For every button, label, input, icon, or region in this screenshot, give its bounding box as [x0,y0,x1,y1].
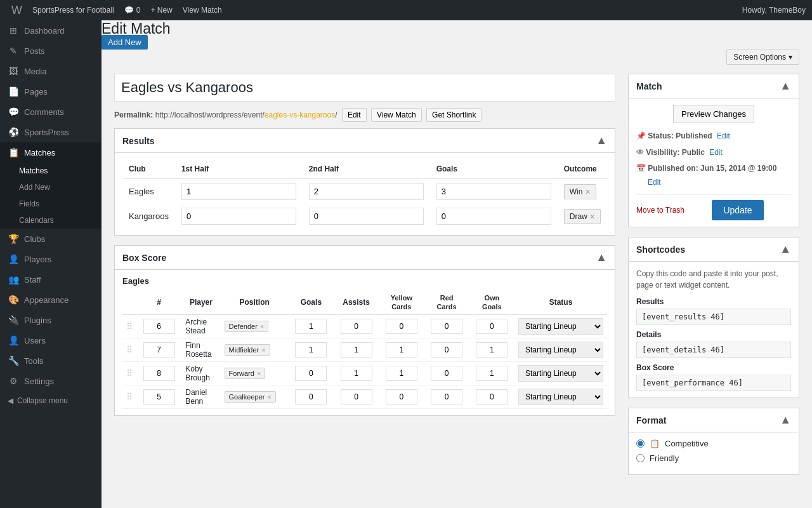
box-score-title: Box Score [122,253,166,263]
sidebar-item-comments[interactable]: 💬 Comments [0,102,102,122]
sidebar-item-posts[interactable]: ✎ Posts [0,41,102,61]
visibility-edit-link[interactable]: Edit [709,148,723,157]
player4-status-select[interactable]: Starting Lineup Substitute [518,389,603,405]
permalink-slug[interactable]: eagles-vs-kangaroos [265,110,335,119]
format-friendly-radio[interactable] [636,454,645,462]
player2-num-input[interactable] [143,342,175,358]
player2-red-input[interactable] [431,342,462,358]
player2-assists-input[interactable] [341,342,372,358]
eagles-goals-input[interactable] [436,183,551,200]
shortcode-desc: Copy this code and paste it into your po… [636,268,791,291]
player3-yellow-input[interactable] [386,366,417,381]
boxscore-shortcode-input[interactable] [636,375,791,391]
format-inner: 📋 Competitive Friendly [629,432,799,474]
player1-num-input[interactable] [143,319,175,334]
permalink-edit-button[interactable]: Edit [342,108,367,122]
player1-status-select[interactable]: Starting Lineup Substitute [518,318,603,335]
kangaroos-outcome-remove[interactable]: × [590,211,595,222]
sidebar-item-pages[interactable]: 📄 Pages [0,81,102,102]
player2-goals-input[interactable] [295,342,327,358]
player1-assists-input[interactable] [341,319,372,334]
view-match-link[interactable]: View Match [178,6,227,15]
shortcodes-toggle-button[interactable]: ▲ [780,243,791,256]
player1-position-remove[interactable]: × [260,323,264,330]
sidebar-item-plugins[interactable]: 🔌 Plugins [0,310,102,330]
settings-icon: ⚙ [8,376,19,386]
sidebar-item-clubs[interactable]: 🏆 Clubs [0,229,102,249]
submenu-calendars[interactable]: Calendars [0,212,102,229]
preview-changes-button[interactable]: Preview Changes [673,105,754,123]
player4-goals-input[interactable] [295,389,327,404]
box-score-toggle-button[interactable]: ▲ [596,251,607,264]
col-position: Position [221,291,289,314]
player3-status-select[interactable]: Starting Lineup Substitute [518,365,603,382]
player3-red-input[interactable] [431,366,462,381]
view-match-button[interactable]: View Match [371,108,422,122]
kangaroos-half1-input[interactable] [181,208,296,225]
collapse-menu[interactable]: ◀ Collapse menu [0,391,102,410]
submenu-add-new[interactable]: Add New [0,179,102,196]
get-shortlink-button[interactable]: Get Shortlink [426,108,481,122]
published-edit-link[interactable]: Edit [648,178,661,187]
move-to-trash-link[interactable]: Move to Trash [636,206,684,215]
player2-position-remove[interactable]: × [261,346,265,354]
new-content-link[interactable]: + New [145,6,177,15]
kangaroos-goals-input[interactable] [436,208,551,225]
shortcodes-inner: Copy this code and paste it into your po… [629,262,799,398]
sidebar-item-players[interactable]: 👤 Players [0,249,102,269]
results-postbox: Results ▲ Club 1st Half 2nd Half Goals [114,128,615,236]
player3-assists-input[interactable] [341,366,372,381]
player1-own-input[interactable] [476,319,508,334]
match-title-input[interactable] [114,74,615,102]
eagles-outcome-remove[interactable]: × [585,187,590,197]
sidebar-item-tools[interactable]: 🔧 Tools [0,351,102,371]
player4-own-input[interactable] [476,389,508,404]
sidebar-item-staff[interactable]: 👥 Staff [0,269,102,290]
sidebar-item-media[interactable]: 🖼 Media [0,61,102,81]
comments-link[interactable]: 💬 0 [119,6,146,15]
col-goals: Goals [430,159,558,179]
player4-red-input[interactable] [431,389,462,404]
drag-handle[interactable]: ⠿ [126,392,133,402]
player2-status-select[interactable]: Starting Lineup Substitute [518,342,603,358]
sidebar-item-sportspress[interactable]: ⚽ SportsPress [0,122,102,142]
player3-num-input[interactable] [143,366,175,381]
player1-yellow-input[interactable] [386,319,417,334]
site-name[interactable]: SportsPress for Football [27,6,119,15]
player1-red-input[interactable] [431,319,462,334]
player4-yellow-input[interactable] [386,389,417,404]
sidebar-item-matches[interactable]: 📋 Matches [0,142,102,163]
kangaroos-half2-input[interactable] [309,208,424,225]
player4-assists-input[interactable] [341,389,372,404]
format-toggle-button[interactable]: ▲ [780,413,791,427]
player3-position-remove[interactable]: × [257,370,261,377]
results-shortcode-input[interactable] [636,309,791,325]
submenu-matches[interactable]: Matches [0,163,102,179]
results-toggle-button[interactable]: ▲ [596,134,607,147]
update-button[interactable]: Update [712,200,763,220]
player3-own-input[interactable] [476,366,508,381]
sidebar-item-users[interactable]: 👤 Users [0,330,102,351]
results-shortcode-label: Results [636,297,791,306]
sidebar-item-appearance[interactable]: 🎨 Appearance [0,290,102,310]
eagles-half1-input[interactable] [181,183,296,200]
player2-own-input[interactable] [476,342,508,358]
publish-toggle-button[interactable]: ▲ [780,79,791,93]
submenu-fields[interactable]: Fields [0,196,102,212]
player3-goals-input[interactable] [295,366,327,381]
player4-num-input[interactable] [143,389,175,404]
player2-yellow-input[interactable] [386,342,417,358]
player4-position-remove[interactable]: × [267,393,271,401]
player1-goals-input[interactable] [295,319,327,334]
eagles-half2-input[interactable] [309,183,424,200]
drag-handle[interactable]: ⠿ [126,368,133,378]
wp-logo[interactable]: W [6,4,27,17]
status-edit-link[interactable]: Edit [717,131,730,140]
sidebar-item-settings[interactable]: ⚙ Settings [0,371,102,391]
sidebar-item-dashboard[interactable]: ⊞ Dashboard [0,20,102,41]
drag-handle[interactable]: ⠿ [126,321,133,331]
drag-handle[interactable]: ⠿ [126,345,133,355]
details-shortcode-input[interactable] [636,342,791,358]
format-competitive-radio[interactable] [636,439,645,448]
screen-options-button[interactable]: Screen Options ▾ [726,50,799,65]
